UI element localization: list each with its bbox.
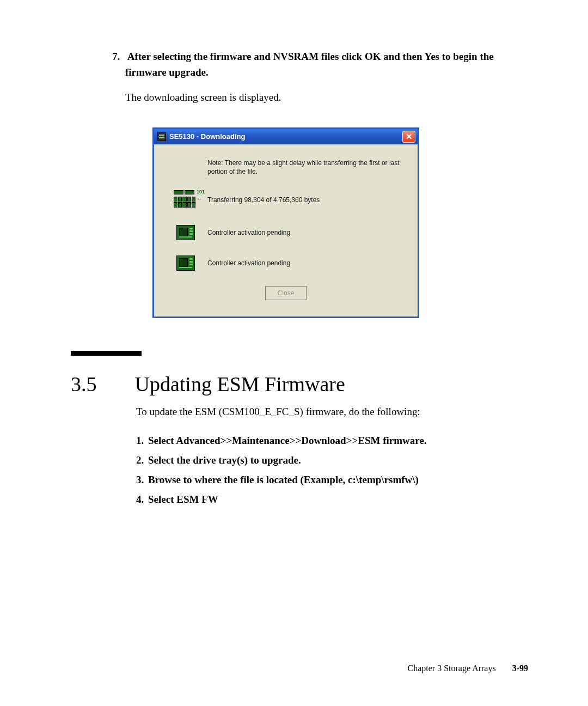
section-rule xyxy=(71,351,142,356)
section-intro: To update the ESM (CSM100_E_FC_S) firmwa… xyxy=(136,406,528,418)
controller-row-1: Controller activation pending xyxy=(164,225,408,240)
page-footer: Chapter 3 Storage Arrays 3-99 xyxy=(407,664,528,673)
list-item: 4.Select ESM FW xyxy=(136,490,528,509)
list-item: 1.Select Advanced>>Maintenance>>Download… xyxy=(136,431,528,451)
footer-chapter: Chapter 3 Storage Arrays xyxy=(407,664,495,673)
section-title: Updating ESM Firmware xyxy=(135,372,345,396)
controller-icon xyxy=(176,255,195,271)
step-number: 7. xyxy=(112,49,125,65)
transfer-icon: 101 ← xyxy=(174,190,198,210)
close-icon[interactable]: ✕ xyxy=(402,131,415,143)
app-icon xyxy=(157,132,166,141)
section-number: 3.5 xyxy=(71,372,97,396)
close-button-label: Close xyxy=(278,289,295,297)
arrow-icon: ← xyxy=(197,196,202,202)
close-button[interactable]: Close xyxy=(265,286,307,300)
list-item: 3.Browse to where the file is located (E… xyxy=(136,470,528,490)
dialog-titlebar: SE5130 - Downloading ✕ xyxy=(154,129,418,144)
controller-1-text: Controller activation pending xyxy=(207,228,408,237)
label-101: 101 xyxy=(197,189,205,194)
step-7: 7. After selecting the firmware and NVSR… xyxy=(125,49,528,106)
footer-page-number: 3-99 xyxy=(512,664,528,673)
transfer-row: 101 ← Transferring 98,304 of 4,765,360 b… xyxy=(164,190,408,210)
ordered-steps: 1.Select Advanced>>Maintenance>>Download… xyxy=(136,431,528,509)
dialog-note: Note: There may be a slight delay while … xyxy=(207,159,408,176)
controller-2-text: Controller activation pending xyxy=(207,259,408,267)
dialog-title: SE5130 - Downloading xyxy=(169,132,245,141)
controller-row-2: Controller activation pending xyxy=(164,255,408,271)
step-description: The downloading screen is displayed. xyxy=(125,90,528,106)
note-row: Note: There may be a slight delay while … xyxy=(164,159,408,176)
transfer-text: Transferring 98,304 of 4,765,360 bytes xyxy=(207,196,408,204)
section-heading: 3.5 Updating ESM Firmware xyxy=(71,372,528,396)
downloading-dialog: SE5130 - Downloading ✕ Note: There may b… xyxy=(152,127,419,318)
list-item: 2.Select the drive tray(s) to upgrade. xyxy=(136,451,528,470)
controller-icon xyxy=(176,225,195,240)
step-bold-text: After selecting the firmware and NVSRAM … xyxy=(125,51,494,78)
